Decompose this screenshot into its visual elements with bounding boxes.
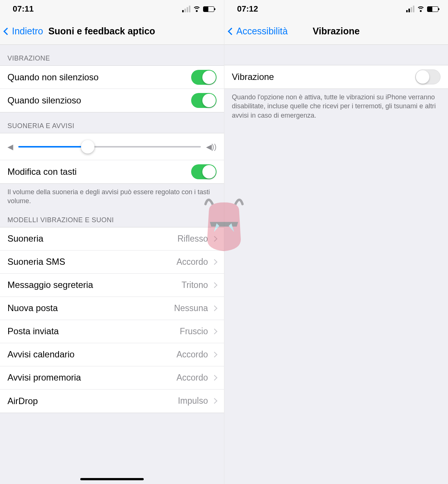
chevron-right-icon	[212, 305, 218, 311]
row-label: Quando non silenzioso	[7, 72, 99, 83]
phone-vibration: 07:12 Accessibilità Vibrazione Vibrazion…	[224, 0, 448, 484]
row-value-text: Riflesso	[177, 234, 208, 244]
chevron-right-icon	[212, 398, 218, 404]
row-sound-6[interactable]: Avvisi promemoriaAccordo	[0, 366, 224, 390]
row-label: Vibrazione	[232, 72, 274, 82]
row-label: Avvisi calendario	[7, 349, 75, 360]
list-vibrazione: Quando non silenzioso Quando silenzioso	[0, 65, 224, 112]
row-value-text: Accordo	[177, 373, 208, 383]
section-header-modelli: MODELLI VIBRAZIONE E SUONI	[0, 210, 224, 227]
row-sound-3[interactable]: Nuova postaNessuna	[0, 297, 224, 320]
status-bar: 07:12	[224, 0, 448, 18]
chevron-right-icon	[212, 351, 218, 357]
back-label: Indietro	[12, 26, 43, 37]
row-label: AirDrop	[7, 396, 38, 406]
row-label: Avvisi promemoria	[7, 372, 81, 383]
status-time: 07:11	[13, 4, 34, 14]
chevron-left-icon	[3, 28, 11, 35]
row-label: Modifica con tasti	[7, 167, 77, 177]
back-button[interactable]: Indietro	[4, 26, 43, 37]
row-value-text: Impulso	[178, 396, 208, 406]
row-value: Nessuna	[174, 303, 217, 313]
toggle-vibration-master[interactable]	[415, 69, 441, 84]
battery-icon	[203, 6, 214, 12]
toggle-vibrate-silent[interactable]	[191, 93, 217, 108]
row-label: Messaggio segreteria	[7, 280, 93, 290]
wifi-icon	[193, 6, 201, 12]
section-footer-vibration: Quando l'opzione non è attiva, tutte le …	[224, 89, 448, 124]
status-time: 07:12	[237, 4, 258, 14]
toggle-change-with-buttons[interactable]	[191, 164, 217, 179]
row-value: Impulso	[178, 396, 217, 406]
section-footer-suoneria: Il volume della suoneria e degli avvisi …	[0, 184, 224, 210]
row-value: Accordo	[177, 257, 217, 267]
row-label: Posta inviata	[7, 326, 59, 336]
chevron-right-icon	[212, 282, 218, 288]
section-header-vibrazione: VIBRAZIONE	[0, 45, 224, 65]
back-label: Accessibilità	[236, 26, 288, 37]
row-value-text: Accordo	[177, 350, 208, 360]
phone-sounds: 07:11 Indietro Suoni e feedback aptico V…	[0, 0, 224, 484]
row-label: Suoneria	[7, 233, 43, 244]
section-header-suoneria: SUONERIA E AVVISI	[0, 112, 224, 133]
volume-slider-row: ◀ ◀))	[0, 133, 224, 160]
chevron-right-icon	[212, 236, 218, 242]
chevron-right-icon	[212, 328, 218, 334]
row-value: Accordo	[177, 373, 217, 383]
row-value: Tritono	[181, 280, 217, 290]
row-value: Riflesso	[177, 234, 217, 244]
nav-bar: Indietro Suoni e feedback aptico	[0, 18, 224, 45]
home-indicator	[80, 478, 144, 480]
list-vibration: Vibrazione	[224, 65, 448, 89]
row-sound-5[interactable]: Avvisi calendarioAccordo	[0, 343, 224, 366]
volume-slider[interactable]	[18, 146, 201, 148]
row-value-text: Nessuna	[174, 303, 208, 313]
cellular-signal-icon	[406, 6, 414, 12]
nav-bar: Accessibilità Vibrazione	[224, 18, 448, 45]
row-label: Quando silenzioso	[7, 95, 81, 106]
row-value-text: Fruscio	[180, 326, 208, 336]
back-button[interactable]: Accessibilità	[229, 26, 288, 37]
list-suoneria: ◀ ◀)) Modifica con tasti	[0, 133, 224, 184]
wifi-icon	[417, 6, 425, 12]
row-value: Fruscio	[180, 326, 217, 336]
status-right	[182, 6, 214, 12]
row-label: Nuova posta	[7, 303, 58, 313]
chevron-left-icon	[228, 28, 235, 35]
row-label: Suoneria SMS	[7, 257, 65, 267]
row-change-with-buttons: Modifica con tasti	[0, 160, 224, 183]
row-sound-0[interactable]: SuoneriaRiflesso	[0, 227, 224, 251]
status-bar: 07:11	[0, 0, 224, 18]
page-title: Vibrazione	[313, 26, 360, 37]
row-vibration-master: Vibrazione	[224, 65, 448, 89]
row-sound-2[interactable]: Messaggio segreteriaTritono	[0, 274, 224, 297]
row-value-text: Tritono	[181, 280, 208, 290]
list-modelli: SuoneriaRiflessoSuoneria SMSAccordoMessa…	[0, 227, 224, 413]
volume-high-icon: ◀))	[206, 142, 217, 151]
row-value: Accordo	[177, 350, 217, 360]
chevron-right-icon	[212, 375, 218, 381]
status-right	[406, 6, 438, 12]
page-title: Suoni e feedback aptico	[48, 26, 155, 37]
row-sound-7[interactable]: AirDropImpulso	[0, 390, 224, 413]
row-sound-1[interactable]: Suoneria SMSAccordo	[0, 251, 224, 274]
row-vibrate-ring: Quando non silenzioso	[0, 66, 224, 89]
row-vibrate-silent: Quando silenzioso	[0, 89, 224, 112]
row-value-text: Accordo	[177, 257, 208, 267]
row-sound-4[interactable]: Posta inviataFruscio	[0, 320, 224, 343]
battery-icon	[427, 6, 438, 12]
volume-low-icon: ◀	[7, 142, 13, 151]
cellular-signal-icon	[182, 6, 190, 12]
toggle-vibrate-ring[interactable]	[191, 70, 217, 85]
chevron-right-icon	[212, 259, 218, 265]
